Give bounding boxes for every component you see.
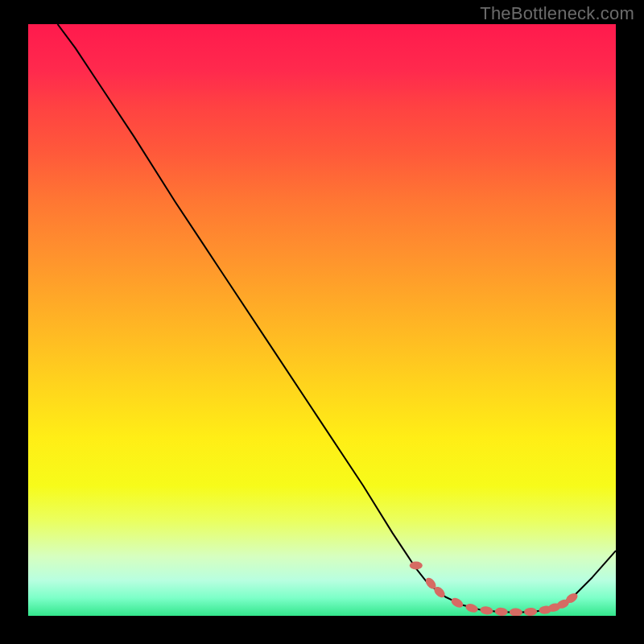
watermark-text: TheBottleneck.com [480, 3, 634, 24]
curve-line [58, 24, 617, 613]
marker-point [410, 562, 423, 570]
marker-point [524, 608, 537, 616]
marker-point [494, 607, 508, 616]
marker-point [449, 596, 464, 609]
marker-point [510, 608, 522, 616]
plot-area [28, 24, 616, 616]
marker-point [480, 605, 493, 615]
marker-point [464, 602, 479, 614]
marker-group [410, 562, 580, 617]
chart-container: TheBottleneck.com [0, 0, 644, 644]
chart-svg [28, 24, 616, 616]
